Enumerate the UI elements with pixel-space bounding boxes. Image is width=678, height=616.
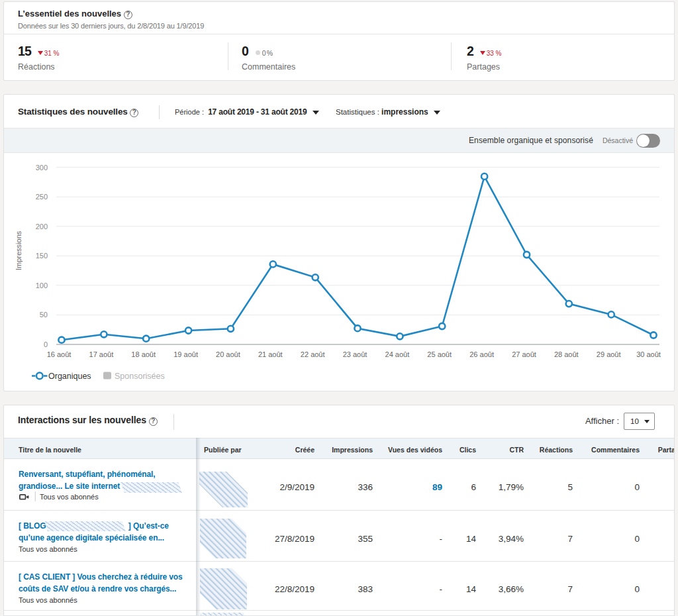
svg-text:150: 150 bbox=[36, 252, 48, 260]
svg-text:16 août: 16 août bbox=[47, 350, 72, 358]
svg-text:50: 50 bbox=[40, 311, 48, 319]
svg-text:28 août: 28 août bbox=[554, 350, 579, 358]
svg-text:19 août: 19 août bbox=[173, 350, 198, 358]
svg-text:22 août: 22 août bbox=[301, 350, 325, 358]
svg-text:20 août: 20 août bbox=[216, 350, 240, 358]
svg-text:30 août: 30 août bbox=[636, 350, 661, 358]
svg-text:Organiques: Organiques bbox=[48, 372, 91, 381]
svg-text:24 août: 24 août bbox=[385, 350, 410, 358]
svg-text:26 août: 26 août bbox=[469, 350, 494, 358]
svg-text:18 août: 18 août bbox=[131, 350, 156, 358]
svg-text:17 août: 17 août bbox=[89, 350, 114, 358]
svg-text:25 août: 25 août bbox=[427, 350, 452, 358]
svg-text:23 août: 23 août bbox=[343, 350, 367, 358]
svg-text:200: 200 bbox=[36, 223, 48, 231]
svg-text:21 août: 21 août bbox=[258, 350, 283, 358]
svg-text:300: 300 bbox=[36, 164, 48, 172]
svg-text:29 août: 29 août bbox=[597, 350, 621, 358]
svg-text:Impressions: Impressions bbox=[15, 231, 23, 270]
svg-text:Sponsorisées: Sponsorisées bbox=[115, 372, 165, 381]
svg-text:0: 0 bbox=[44, 340, 48, 348]
svg-text:100: 100 bbox=[36, 282, 48, 289]
svg-text:27 août: 27 août bbox=[512, 350, 536, 358]
svg-text:250: 250 bbox=[36, 193, 48, 201]
